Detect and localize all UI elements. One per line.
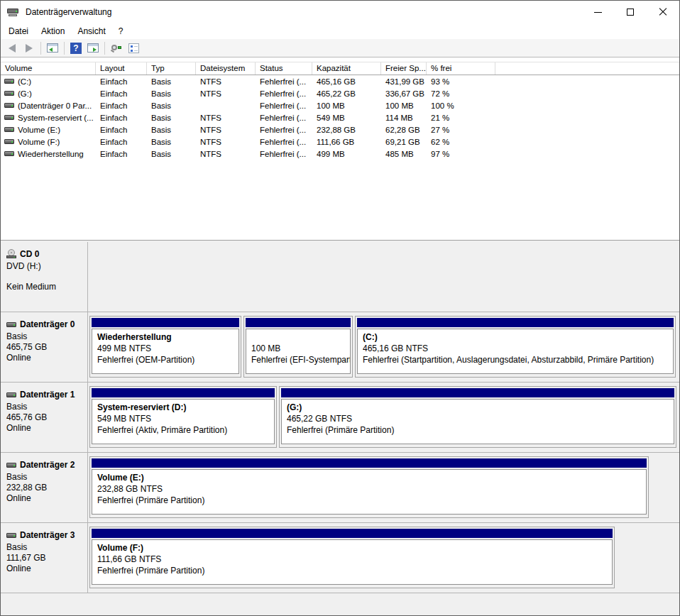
menu-aktion[interactable]: Aktion: [35, 24, 71, 38]
disk-status: Online: [6, 423, 87, 434]
partition-size: 499 MB NTFS: [97, 343, 238, 354]
partition-size: 111,66 GB NTFS: [97, 554, 612, 565]
cd-label[interactable]: CD 0 DVD (H:) Kein Medium: [1, 242, 88, 312]
column-header-typ[interactable]: Typ: [147, 62, 196, 75]
disk-management-window: Datenträgerverwaltung Datei Aktion Ansic…: [0, 0, 680, 616]
app-icon: [7, 7, 20, 17]
menu-bar: Datei Aktion Ansicht ?: [1, 23, 679, 39]
partition[interactable]: Volume (F:) 111,66 GB NTFS Fehlerfrei (P…: [89, 527, 615, 588]
volume-layout: Einfach: [96, 150, 147, 158]
volume-kapazitaet: 499 MB: [312, 150, 381, 158]
volume-typ: Basis: [147, 126, 196, 134]
title-bar: Datenträgerverwaltung: [1, 1, 679, 23]
disk-size: 465,75 GB: [6, 342, 87, 353]
partition-status: Fehlerfrei (Primäre Partition): [97, 495, 646, 506]
close-button[interactable]: [647, 1, 679, 23]
volume-typ: Basis: [147, 89, 196, 98]
menu-help[interactable]: ?: [112, 24, 130, 38]
table-row[interactable]: System-reserviert (... Einfach Basis NTF…: [1, 111, 679, 123]
column-header-volume[interactable]: Volume: [1, 62, 96, 75]
rescan-disks-button[interactable]: [108, 40, 125, 56]
volume-typ: Basis: [147, 101, 196, 110]
toolbar-separator: [40, 42, 41, 55]
help-button[interactable]: ?: [67, 40, 84, 56]
volume-icon: [4, 103, 14, 108]
toolbar: ?: [1, 39, 679, 57]
volume-layout: Einfach: [96, 101, 147, 110]
menu-datei[interactable]: Datei: [2, 24, 35, 38]
properties-button[interactable]: [125, 40, 142, 56]
disk-size: 232,88 GB: [6, 483, 87, 493]
volume-prozent-frei: 72 %: [427, 89, 495, 98]
volume-dateisystem: NTFS: [196, 114, 256, 122]
volume-icon: [4, 79, 14, 84]
partition[interactable]: (C:) 465,16 GB NTFS Fehlerfrei (Startpar…: [355, 316, 676, 378]
column-header-freier-speicher[interactable]: Freier Sp...: [381, 62, 427, 75]
back-button[interactable]: [4, 40, 21, 56]
forward-button[interactable]: [21, 40, 38, 56]
column-header-status[interactable]: Status: [256, 62, 312, 75]
console-tree-icon: [47, 43, 58, 53]
table-row[interactable]: (Datenträger 0 Par... Einfach Basis Fehl…: [1, 99, 679, 111]
volume-prozent-frei: 27 %: [427, 126, 495, 134]
minimize-button[interactable]: [581, 1, 614, 23]
column-header-kapazitaet[interactable]: Kapazität: [312, 62, 381, 75]
menu-ansicht[interactable]: Ansicht: [71, 24, 111, 38]
partition-title: Wiederherstellung: [97, 331, 238, 343]
volume-layout: Einfach: [96, 114, 147, 122]
volume-name: Volume (E:): [18, 126, 60, 134]
close-icon: [659, 8, 667, 16]
partition-status: Fehlerfrei (Startpartition, Auslagerungs…: [363, 354, 673, 365]
volume-status: Fehlerfrei (...: [256, 101, 312, 110]
partition[interactable]: Volume (E:) 232,88 GB NTFS Fehlerfrei (P…: [89, 456, 649, 518]
partition-status: Fehlerfrei (Primäre Partition): [287, 424, 674, 436]
maximize-icon: [627, 9, 634, 16]
column-header-filler: [495, 62, 679, 75]
partition-size: 465,16 GB NTFS: [363, 343, 673, 354]
volume-dateisystem: NTFS: [196, 89, 256, 98]
partition-status: Fehlerfrei (OEM-Partition): [97, 354, 238, 365]
volume-typ: Basis: [147, 138, 196, 146]
partition-status: Fehlerfrei (Primäre Partition): [97, 565, 612, 576]
cd-drive-letter: DVD (H:): [6, 261, 87, 272]
disk-row: Datenträger 3 Basis 111,67 GB Online Vol…: [1, 523, 679, 593]
table-row[interactable]: Wiederherstellung Einfach Basis NTFS Feh…: [1, 148, 679, 160]
partition[interactable]: 100 MB Fehlerfrei (EFI-Systempartit: [243, 316, 353, 378]
disk-status: Online: [6, 493, 87, 504]
maximize-button[interactable]: [614, 1, 647, 23]
disk-label[interactable]: Datenträger 2 Basis 232,88 GB Online: [1, 453, 88, 522]
cd-status: Kein Medium: [6, 282, 87, 292]
show-action-pane-button[interactable]: [84, 40, 102, 56]
volume-name: Volume (F:): [18, 138, 60, 146]
table-row[interactable]: Volume (F:) Einfach Basis NTFS Fehlerfre…: [1, 136, 679, 148]
volume-typ: Basis: [147, 77, 196, 86]
disk-label[interactable]: Datenträger 0 Basis 465,75 GB Online: [1, 312, 88, 382]
partition-title: Volume (F:): [97, 542, 612, 554]
disk-label[interactable]: Datenträger 1 Basis 465,76 GB Online: [1, 383, 88, 452]
disk-name: Datenträger 2: [20, 460, 75, 470]
column-header-prozent-frei[interactable]: % frei: [427, 62, 495, 75]
disk-label[interactable]: Datenträger 3 Basis 111,67 GB Online: [1, 523, 88, 593]
column-header-layout[interactable]: Layout: [96, 62, 147, 75]
volume-freier-speicher: 431,99 GB: [381, 77, 427, 86]
properties-icon: [128, 43, 139, 53]
show-console-tree-button[interactable]: [44, 40, 61, 56]
column-header-dateisystem[interactable]: Dateisystem: [196, 62, 256, 75]
volume-layout: Einfach: [96, 77, 147, 86]
partition-size: 232,88 GB NTFS: [97, 483, 646, 495]
partition-color-bar: [92, 318, 239, 327]
action-pane-icon: [87, 43, 99, 53]
table-row[interactable]: (C:) Einfach Basis NTFS Fehlerfrei (... …: [1, 75, 679, 87]
table-row[interactable]: (G:) Einfach Basis NTFS Fehlerfrei (... …: [1, 87, 679, 99]
volume-name: (C:): [18, 77, 31, 86]
cd-drive-icon: [6, 249, 18, 259]
partition[interactable]: Wiederherstellung 499 MB NTFS Fehlerfrei…: [89, 316, 241, 378]
volume-prozent-frei: 21 %: [427, 114, 495, 122]
volume-kapazitaet: 100 MB: [312, 101, 381, 110]
partition[interactable]: System-reserviert (D:) 549 MB NTFS Fehle…: [89, 386, 277, 448]
volume-icon: [4, 91, 14, 96]
table-row[interactable]: Volume (E:) Einfach Basis NTFS Fehlerfre…: [1, 123, 679, 136]
partition-title: (G:): [287, 402, 674, 413]
rescan-disks-icon: [111, 44, 122, 53]
partition[interactable]: (G:) 465,22 GB NTFS Fehlerfrei (Primäre …: [279, 386, 676, 448]
